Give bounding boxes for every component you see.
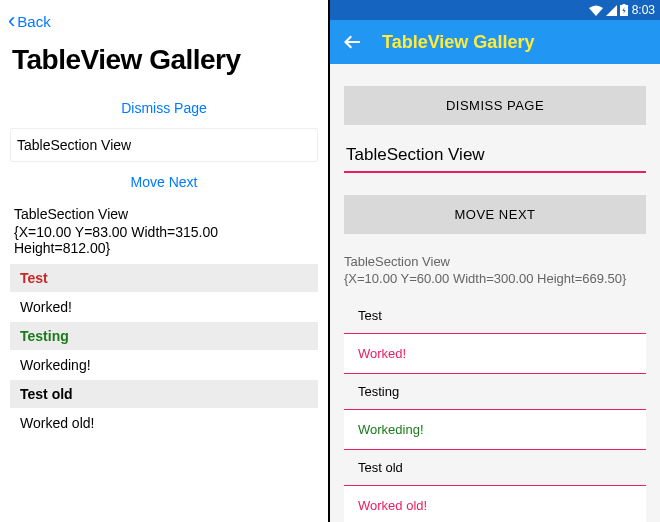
table-row[interactable]: Worked! bbox=[10, 292, 318, 322]
bounds-label: {X=10.00 Y=83.00 Width=315.00 Height=812… bbox=[0, 224, 328, 264]
ios-panel: ‹ Back TableView Gallery Dismiss Page Ta… bbox=[0, 0, 330, 522]
status-icons bbox=[589, 4, 628, 16]
arrow-left-icon bbox=[342, 32, 362, 52]
svg-rect-1 bbox=[622, 4, 625, 6]
table-section-header: Test old bbox=[10, 380, 318, 408]
table-row[interactable]: Workeding! bbox=[344, 410, 646, 450]
page-title: TableView Gallery bbox=[0, 40, 328, 90]
move-next-button[interactable]: MOVE NEXT bbox=[344, 195, 646, 234]
table-row[interactable]: Worked old! bbox=[10, 408, 318, 438]
table-section-header: Test bbox=[10, 264, 318, 292]
ios-back-button[interactable]: ‹ Back bbox=[8, 10, 51, 32]
table-section-header: Testing bbox=[10, 322, 318, 350]
table-section-header: Test old bbox=[344, 450, 646, 486]
battery-icon bbox=[620, 4, 628, 16]
bounds-label: {X=10.00 Y=60.00 Width=300.00 Height=669… bbox=[344, 271, 646, 286]
android-table: TestWorked!TestingWorkeding!Test oldWork… bbox=[344, 298, 646, 522]
move-next-link[interactable]: Move Next bbox=[0, 164, 328, 200]
table-row[interactable]: Worked old! bbox=[344, 486, 646, 522]
android-app-bar: TableView Gallery bbox=[330, 20, 660, 64]
view-name-label: TableSection View bbox=[344, 254, 646, 269]
signal-icon bbox=[606, 5, 617, 16]
table-section-header: Testing bbox=[344, 374, 646, 410]
table-row[interactable]: Worked! bbox=[344, 334, 646, 374]
ios-nav-bar: ‹ Back bbox=[0, 0, 328, 40]
status-time: 8:03 bbox=[632, 3, 655, 17]
android-status-bar: 8:03 bbox=[330, 0, 660, 20]
android-app-title: TableView Gallery bbox=[382, 32, 534, 53]
dismiss-page-button[interactable]: DISMISS PAGE bbox=[344, 86, 646, 125]
table-row[interactable]: Workeding! bbox=[10, 350, 318, 380]
table-section-header: Test bbox=[344, 298, 646, 334]
view-name-label: TableSection View bbox=[0, 200, 328, 224]
chevron-left-icon: ‹ bbox=[8, 10, 15, 32]
tablesection-entry[interactable] bbox=[344, 139, 646, 173]
ios-back-label: Back bbox=[17, 13, 50, 30]
dismiss-page-link[interactable]: Dismiss Page bbox=[0, 90, 328, 126]
android-content: DISMISS PAGE MOVE NEXT TableSection View… bbox=[330, 64, 660, 522]
wifi-icon bbox=[589, 5, 603, 16]
android-panel: 8:03 TableView Gallery DISMISS PAGE MOVE… bbox=[330, 0, 660, 522]
ios-table: TestWorked!TestingWorkeding!Test oldWork… bbox=[0, 264, 328, 438]
tablesection-entry[interactable]: TableSection View bbox=[10, 128, 318, 162]
android-back-button[interactable] bbox=[342, 32, 362, 52]
